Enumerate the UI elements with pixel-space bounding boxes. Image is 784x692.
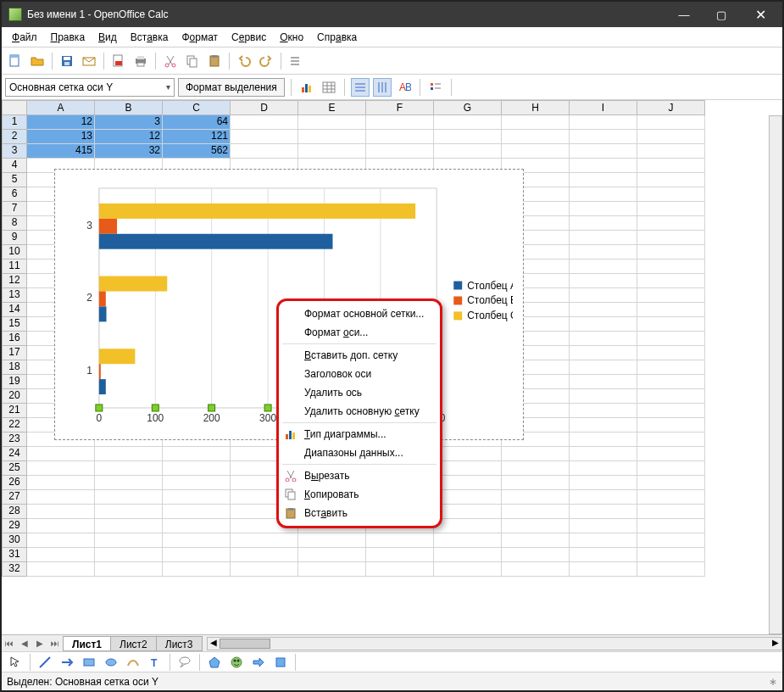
cell[interactable] — [231, 115, 298, 130]
maximize-button[interactable]: ▢ — [703, 3, 740, 26]
cell[interactable] — [637, 548, 705, 562]
row-header[interactable]: 9 — [2, 231, 27, 245]
cell[interactable] — [366, 144, 434, 159]
cell[interactable] — [637, 490, 705, 505]
ctx-copy[interactable]: Копировать — [279, 485, 440, 504]
cell[interactable] — [502, 461, 570, 476]
menu-format[interactable]: Формат — [175, 30, 225, 45]
data-table-icon[interactable] — [320, 78, 338, 97]
row-header[interactable]: 31 — [2, 548, 27, 562]
cell[interactable] — [637, 332, 705, 346]
tab-next-icon[interactable]: ▶ — [32, 636, 47, 651]
cell[interactable]: 562 — [163, 144, 231, 159]
shapes-icon[interactable] — [204, 652, 225, 672]
cell[interactable] — [502, 548, 570, 562]
cell[interactable] — [637, 159, 705, 173]
row-header[interactable]: 20 — [2, 389, 27, 404]
row-header[interactable]: 13 — [2, 288, 27, 303]
row-header[interactable]: 25 — [2, 461, 27, 476]
cell[interactable] — [298, 130, 366, 144]
cell[interactable] — [637, 346, 705, 360]
row-header[interactable]: 4 — [2, 159, 27, 173]
cell[interactable] — [434, 476, 502, 490]
cell[interactable] — [637, 432, 705, 447]
col-header-I[interactable]: I — [570, 100, 637, 115]
cell[interactable] — [637, 216, 705, 231]
cell[interactable] — [27, 505, 95, 519]
row-header[interactable]: 3 — [2, 144, 27, 159]
cut-icon[interactable] — [160, 51, 181, 71]
cell[interactable] — [637, 303, 705, 317]
cell[interactable] — [163, 490, 231, 505]
cell[interactable]: 12 — [95, 130, 163, 144]
row-header[interactable]: 28 — [2, 505, 27, 519]
cell[interactable] — [502, 476, 570, 490]
menu-insert[interactable]: Вставка — [124, 30, 175, 45]
cell[interactable] — [570, 173, 637, 187]
cell[interactable] — [502, 533, 570, 548]
cell[interactable] — [637, 274, 705, 288]
cell[interactable]: 64 — [163, 115, 231, 130]
cell[interactable] — [163, 548, 231, 562]
row-header[interactable]: 24 — [2, 447, 27, 461]
row-header[interactable]: 30 — [2, 533, 27, 548]
cell[interactable]: 12 — [27, 115, 95, 130]
cell[interactable] — [434, 130, 502, 144]
menu-help[interactable]: Справка — [310, 30, 364, 45]
cell[interactable] — [95, 476, 163, 490]
cell[interactable] — [570, 346, 637, 360]
col-header-B[interactable]: B — [95, 100, 163, 115]
cell[interactable] — [366, 548, 434, 562]
open-icon[interactable] — [27, 51, 47, 71]
cell[interactable] — [570, 533, 637, 548]
cell[interactable] — [95, 533, 163, 548]
cell[interactable]: 3 — [95, 115, 163, 130]
element-selector-combo[interactable]: Основная сетка оси Y ▾ — [5, 78, 175, 97]
sheet-tab-3[interactable]: Лист3 — [156, 636, 203, 651]
row-header[interactable]: 11 — [2, 260, 27, 274]
cell[interactable] — [95, 562, 163, 577]
rect-icon[interactable] — [79, 652, 99, 672]
row-header[interactable]: 26 — [2, 476, 27, 490]
paste-icon[interactable] — [204, 51, 225, 71]
hgrid-icon[interactable] — [351, 78, 370, 97]
cell[interactable] — [570, 159, 637, 173]
cell[interactable] — [434, 461, 502, 476]
cell[interactable] — [434, 519, 502, 533]
cell[interactable] — [570, 476, 637, 490]
row-header[interactable]: 29 — [2, 519, 27, 533]
cell[interactable] — [570, 317, 637, 332]
cell[interactable] — [570, 274, 637, 288]
cell[interactable]: 121 — [163, 130, 231, 144]
cell[interactable] — [163, 519, 231, 533]
row-header[interactable]: 32 — [2, 562, 27, 577]
tab-first-icon[interactable]: ⏮ — [2, 636, 17, 651]
cell[interactable] — [95, 519, 163, 533]
ctx-delete-main-grid[interactable]: Удалить основную сетку — [279, 402, 440, 421]
cell[interactable] — [637, 130, 705, 144]
row-header[interactable]: 6 — [2, 187, 27, 202]
cell[interactable] — [570, 432, 637, 447]
cell[interactable] — [637, 375, 705, 389]
row-header[interactable]: 15 — [2, 317, 27, 332]
cell[interactable] — [163, 533, 231, 548]
cell[interactable] — [637, 418, 705, 432]
cell[interactable] — [570, 187, 637, 202]
cell[interactable] — [570, 418, 637, 432]
cell[interactable] — [637, 245, 705, 260]
cell[interactable] — [231, 144, 298, 159]
cell[interactable] — [434, 447, 502, 461]
cell[interactable] — [95, 447, 163, 461]
ctx-delete-axis[interactable]: Удалить ось — [279, 383, 440, 402]
ctx-axis-title[interactable]: Заголовок оси — [279, 365, 440, 383]
cell[interactable] — [163, 476, 231, 490]
cell[interactable] — [637, 533, 705, 548]
new-doc-icon[interactable] — [5, 51, 25, 71]
cell[interactable] — [637, 562, 705, 577]
cell[interactable] — [27, 548, 95, 562]
print-icon[interactable] — [131, 51, 151, 71]
ctx-paste[interactable]: Вставить — [279, 504, 440, 522]
cell[interactable] — [502, 447, 570, 461]
menu-view[interactable]: Вид — [92, 30, 124, 45]
cell[interactable] — [502, 490, 570, 505]
